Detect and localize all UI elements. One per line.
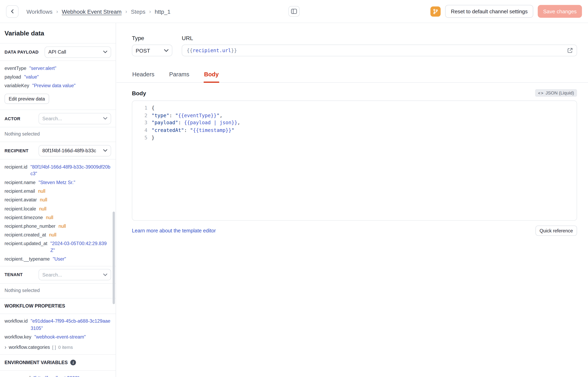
actor-empty-state: Nothing selected	[5, 128, 111, 142]
url-label: URL	[182, 35, 577, 41]
workflow-properties-entries: workflow.id"e91ddae4-7f99-45cb-a688-3c12…	[5, 314, 111, 343]
chevron-right-icon: ›	[5, 345, 6, 349]
recipient-select[interactable]: 80f1f4bf-166d-48f9-b33c	[38, 145, 111, 156]
body-section-header: Body < > JSON (Liquid)	[117, 83, 588, 101]
workflow-categories-row[interactable]: › workflow.categories [ ] 0 items	[5, 343, 111, 351]
kv-value: "http://localhost:3000"	[34, 375, 79, 377]
kv-value: null	[40, 197, 47, 203]
method-select[interactable]: POST	[132, 45, 172, 56]
save-changes-button[interactable]: Save changes	[538, 5, 582, 18]
data-payload-label: DATA PAYLOAD	[5, 50, 39, 54]
tenant-empty-state: Nothing selected	[5, 284, 111, 298]
kv-value: null	[38, 188, 46, 195]
kv-row: recipient.__typename"User"	[5, 255, 111, 264]
branch-icon	[433, 9, 438, 14]
topbar: Workflows›Webhook Event Stream›Steps›htt…	[0, 0, 588, 23]
actor-search-placeholder: Search...	[42, 116, 101, 121]
kv-key: recipient.__typename	[5, 256, 50, 263]
breadcrumb-separator: ›	[149, 8, 151, 14]
kv-key: workflow.id	[5, 318, 28, 331]
kv-key: recipient.name	[5, 179, 36, 186]
kv-row: recipient.emailnull	[5, 187, 111, 196]
line-number: 3	[132, 119, 147, 127]
code-text: "createdAt": "{{timestamp}}"	[147, 127, 235, 134]
breadcrumb: Workflows›Webhook Event Stream›Steps›htt…	[26, 8, 170, 14]
breadcrumb-item[interactable]: Webhook Event Stream	[62, 8, 122, 14]
breadcrumb-item[interactable]: Steps	[131, 8, 145, 14]
tenant-search-select[interactable]: Search...	[38, 269, 111, 280]
tab-body[interactable]: Body	[204, 69, 219, 82]
kv-row: recipient.created_atnull	[5, 231, 111, 239]
learn-more-link[interactable]: Learn more about the template editor	[132, 228, 216, 233]
workflow-properties-title: WORKFLOW PROPERTIES	[5, 298, 111, 314]
external-link-icon[interactable]	[567, 47, 573, 53]
kv-key: eventType	[5, 65, 26, 72]
sidebar-layout-icon	[291, 9, 297, 14]
topbar-actions: Reset to default channel settings Save c…	[431, 5, 582, 18]
kv-row: workflow.id"e91ddae4-7f99-45cb-a688-3c12…	[5, 317, 111, 332]
kv-row: workflow.key"webhook-event-stream"	[5, 332, 111, 341]
code-line: 1{	[132, 104, 577, 112]
data-payload-selected-value: API Call	[48, 49, 101, 55]
kv-key: recipient.id	[5, 164, 27, 177]
chevron-down-icon	[164, 49, 169, 52]
tenant-label: TENANT	[5, 272, 23, 277]
line-number: 4	[132, 127, 147, 134]
kv-row: recipient.updated_at"2024-03-05T00:42:29…	[5, 239, 111, 255]
data-payload-entries: eventType"server:alert"payload"value"var…	[5, 61, 111, 92]
kv-row: eventType"server:alert"	[5, 64, 111, 72]
environment-variables-header: ENVIRONMENT VARIABLES i	[5, 355, 111, 370]
kv-row: recipient.timezonenull	[5, 213, 111, 222]
kv-key: recipient.created_at	[5, 232, 46, 238]
sidebar-scrollbar[interactable]	[113, 212, 115, 304]
actor-search-select[interactable]: Search...	[38, 113, 111, 124]
kv-key: recipient.phone_number	[5, 223, 56, 230]
chevron-down-icon	[103, 149, 107, 152]
info-icon[interactable]: i	[70, 360, 76, 365]
kv-key: recipient.avatar	[5, 197, 37, 203]
data-payload-section-header: DATA PAYLOAD API Call	[5, 44, 111, 60]
kv-row: vars.app_url"http://localhost:3000"	[5, 374, 111, 377]
code-text: {	[147, 104, 154, 112]
kv-key: recipient.email	[5, 188, 35, 195]
environment-variables-entries: vars.app_url"http://localhost:3000"vars.…	[5, 371, 111, 377]
quick-reference-button[interactable]: Quick reference	[535, 225, 577, 236]
kv-row: recipient.name"Steven Metz Sr."	[5, 178, 111, 187]
chevron-down-icon	[103, 273, 107, 276]
recipient-section-header: RECIPIENT 80f1f4bf-166d-48f9-b33c	[5, 142, 111, 159]
chevron-down-icon	[103, 50, 107, 53]
code-lines: 1{2"type": "{{eventType}}",3"payload": {…	[132, 104, 577, 141]
kv-value: "webhook-event-stream"	[34, 333, 86, 340]
tab-headers[interactable]: Headers	[132, 69, 155, 82]
commit-status-icon[interactable]	[431, 6, 441, 16]
code-line: 5}	[132, 134, 577, 141]
recipient-entries: recipient.id"80f1f4bf-166d-48f9-b33c-390…	[5, 160, 111, 266]
recipient-selected-value: 80f1f4bf-166d-48f9-b33c	[42, 148, 101, 153]
panel-toggle-button[interactable]	[288, 6, 300, 17]
body-code-editor[interactable]: 1{2"type": "{{eventType}}",3"payload": {…	[132, 101, 577, 221]
url-input[interactable]: {{recipient.url}}	[182, 45, 577, 56]
url-value: {{recipient.url}}	[187, 47, 237, 53]
kv-value: "User"	[53, 256, 66, 263]
actor-section-header: ACTOR Search...	[5, 110, 111, 127]
tenant-section-header: TENANT Search...	[5, 266, 111, 283]
code-text: }	[147, 134, 154, 141]
edit-preview-data-button[interactable]: Edit preview data	[5, 94, 49, 104]
tab-params[interactable]: Params	[169, 69, 190, 82]
breadcrumb-item[interactable]: Workflows	[26, 8, 52, 14]
editor-footer: Learn more about the template editor Qui…	[132, 225, 577, 236]
kv-value: "80f1f4bf-166d-48f9-b33c-39009df20bc3"	[30, 164, 111, 177]
url-field: URL {{recipient.url}}	[182, 35, 577, 56]
back-button[interactable]	[6, 5, 19, 18]
reset-channel-settings-button[interactable]: Reset to default channel settings	[445, 5, 533, 18]
code-icon: < >	[538, 91, 543, 95]
type-label: Type	[132, 35, 172, 41]
workflow-categories-key: workflow.categories	[9, 345, 50, 350]
actor-label: ACTOR	[5, 116, 20, 121]
kv-value: null	[39, 205, 47, 212]
kv-value: null	[59, 223, 66, 230]
data-payload-select[interactable]: API Call	[45, 46, 111, 58]
workflow-categories-bracket: [ ]	[52, 345, 56, 350]
kv-key: recipient.locale	[5, 205, 36, 212]
kv-value: "server:alert"	[29, 65, 56, 72]
